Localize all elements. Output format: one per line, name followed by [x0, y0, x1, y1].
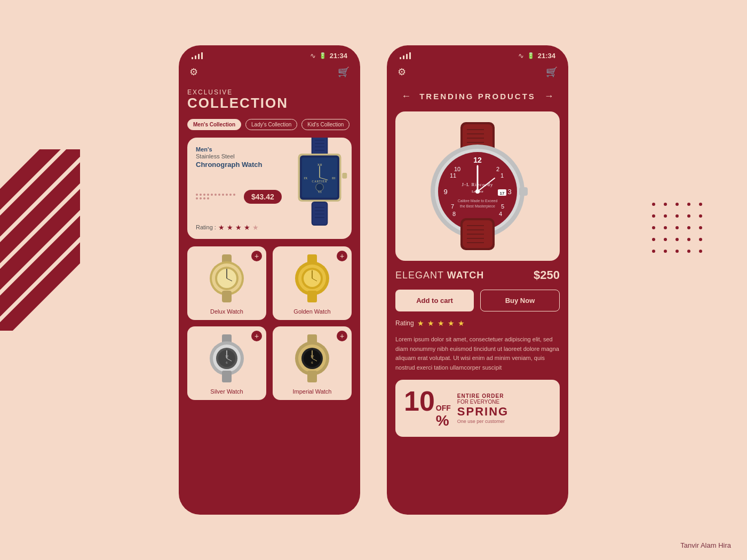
promo-spring: SPRING — [457, 405, 551, 419]
signal-indicator — [192, 52, 203, 59]
promo-percent: % — [436, 412, 449, 429]
left-phone: ∿ 🔋 21:34 ⚙ 🛒 EXCLUSIVE COLLECTION Men's… — [179, 45, 360, 515]
svg-rect-20 — [313, 203, 327, 225]
featured-watch-card: Men's Stainless Steel Chronograph Watch — [187, 138, 352, 239]
wifi-icon: ∿ — [310, 52, 316, 60]
trending-header: ← TRENDING PRODUCTS → — [395, 89, 560, 104]
svg-text:10: 10 — [454, 166, 460, 172]
golden-watch-image — [288, 254, 336, 302]
svg-text:11: 11 — [450, 172, 456, 179]
buy-now-button[interactable]: Buy Now — [480, 290, 560, 311]
svg-text:9: 9 — [443, 188, 447, 196]
watch-label-imperial: Imperial Watch — [293, 388, 332, 395]
svg-text:2: 2 — [496, 166, 499, 172]
star-3: ★ — [235, 223, 242, 231]
svg-rect-60 — [307, 371, 317, 382]
product-name: ELEGANT WATCH — [395, 270, 484, 281]
settings-icon[interactable]: ⚙ — [189, 66, 198, 78]
phones-wrapper: ∿ 🔋 21:34 ⚙ 🛒 EXCLUSIVE COLLECTION Men's… — [179, 45, 568, 515]
watch-label-silver: Silver Watch — [210, 388, 243, 395]
svg-text:12: 12 — [473, 156, 482, 164]
gold-star-3: ★ — [438, 319, 444, 327]
watch-grid: + Delux Watch — [187, 246, 352, 400]
top-icons-right: ⚙ 🛒 — [387, 64, 568, 83]
product-rating-row: Rating ★ ★ ★ ★ ★ — [395, 319, 560, 327]
cart-icon-right[interactable]: 🛒 — [546, 66, 558, 78]
promo-entire: ENTIRE ORDER — [457, 393, 551, 399]
time-display-left: 21:34 — [330, 52, 347, 60]
svg-point-18 — [316, 183, 323, 191]
promo-banner: 10 OFF % ENTIRE ORDER FOR EVERYONE SPRIN… — [395, 380, 560, 437]
gold-star-4: ★ — [448, 319, 455, 327]
svg-text:5: 5 — [501, 203, 504, 210]
watch-card-delux: + Delux Watch — [187, 246, 266, 320]
svg-point-93 — [475, 189, 480, 194]
svg-rect-32 — [222, 291, 232, 302]
star-2: ★ — [227, 223, 233, 231]
watch-card-imperial: + 12 6 — [273, 326, 352, 400]
promo-text-block: ENTIRE ORDER FOR EVERYONE SPRING One use… — [457, 393, 551, 424]
featured-price: $43.42 — [244, 190, 282, 204]
imperial-watch-image: 12 6 — [288, 334, 336, 382]
cart-icon[interactable]: 🛒 — [338, 66, 349, 78]
product-info-row: ELEGANT WATCH $250 — [395, 268, 560, 282]
gold-star-2: ★ — [427, 319, 434, 327]
collection-title: COLLECTION — [187, 95, 352, 111]
product-name-prefix: ELEGANT — [395, 270, 447, 281]
star-1: ★ — [218, 223, 225, 231]
add-silver-button[interactable]: + — [251, 331, 262, 341]
silver-watch-image: 12 6 — [203, 334, 251, 382]
svg-text:3: 3 — [507, 188, 511, 196]
svg-text:the Best Masterpiece: the Best Masterpiece — [460, 204, 495, 209]
watch-card-silver: + 12 6 — [187, 326, 266, 400]
tab-kids-collection[interactable]: Kid's Collection — [301, 119, 349, 130]
watch-card-golden: + Golden Watch — [273, 246, 352, 320]
decor-stripes — [0, 149, 80, 331]
promo-one-use: One use per customer — [457, 419, 551, 424]
status-bar-right: ∿ 🔋 21:34 — [387, 45, 568, 64]
hero-watch-card: 12 6 9 3 10 2 8 4 1 11 7 5 J-L Riecordy … — [395, 111, 560, 261]
product-rating-label: Rating — [395, 319, 414, 327]
svg-rect-50 — [222, 371, 232, 382]
trending-title: TRENDING PRODUCTS — [419, 92, 536, 101]
gold-star-1: ★ — [417, 319, 424, 327]
star-5: ★ — [252, 223, 259, 231]
tab-ladys-collection[interactable]: Lady's Collection — [245, 119, 297, 130]
product-price: $250 — [534, 268, 560, 282]
prev-arrow[interactable]: ← — [401, 91, 411, 102]
product-name-bold: WATCH — [447, 270, 484, 281]
status-bar-left: ∿ 🔋 21:34 — [179, 45, 360, 64]
decor-dots — [652, 203, 704, 255]
svg-rect-71 — [519, 187, 528, 196]
time-display-right: 21:34 — [538, 52, 555, 60]
category-tabs: Men's Collection Lady's Collection Kid's… — [187, 119, 352, 130]
star-4: ★ — [244, 223, 250, 231]
add-to-cart-button[interactable]: Add to cart — [395, 290, 474, 311]
promo-number: 10 — [404, 387, 435, 415]
promo-off: OFF — [436, 404, 451, 412]
watch-label-golden: Golden Watch — [293, 308, 330, 315]
promo-discount: 10 OFF % — [404, 387, 451, 429]
promo-for-everyone: FOR EVERYONE — [457, 399, 551, 405]
product-description: Lorem ipsum dolor sit amet, consectetuer… — [395, 335, 560, 372]
add-golden-button[interactable]: + — [337, 251, 347, 261]
svg-text:Calibre Made to Exceed: Calibre Made to Exceed — [458, 199, 498, 203]
attribution: Tanvir Alam Hira — [680, 541, 731, 549]
battery-icon: 🔋 — [319, 52, 327, 59]
left-phone-content: EXCLUSIVE COLLECTION Men's Collection La… — [179, 83, 360, 515]
add-imperial-button[interactable]: + — [337, 331, 347, 341]
svg-text:IX: IX — [304, 176, 308, 180]
settings-icon-right[interactable]: ⚙ — [398, 66, 406, 78]
hero-watch-image: 12 6 9 3 10 2 8 4 1 11 7 5 J-L Riecordy … — [414, 122, 542, 250]
svg-text:XII: XII — [317, 163, 322, 166]
right-phone: ∿ 🔋 21:34 ⚙ 🛒 ← TRENDING PRODUCTS → — [387, 45, 568, 515]
add-delux-button[interactable]: + — [251, 251, 262, 261]
tab-mens-collection[interactable]: Men's Collection — [187, 119, 241, 130]
svg-text:17: 17 — [500, 191, 505, 196]
next-arrow[interactable]: → — [544, 91, 554, 102]
svg-text:8: 8 — [452, 211, 456, 217]
svg-text:III: III — [332, 176, 335, 180]
featured-watch-image: XII VI IX III CARTIER — [285, 138, 352, 226]
right-phone-content: ← TRENDING PRODUCTS → — [387, 83, 568, 515]
collection-header: EXCLUSIVE COLLECTION — [187, 89, 352, 111]
